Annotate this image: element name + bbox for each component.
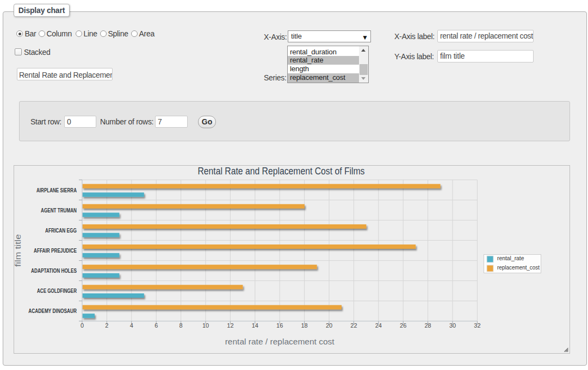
svg-text:ACADEMY DINOSAUR: ACADEMY DINOSAUR [28, 308, 77, 314]
svg-text:28: 28 [424, 322, 431, 329]
svg-text:film title: film title [14, 234, 22, 267]
svg-text:4: 4 [130, 322, 133, 329]
svg-text:8: 8 [180, 322, 183, 329]
svg-text:AGENT TRUMAN: AGENT TRUMAN [41, 208, 77, 214]
svg-text:12: 12 [227, 322, 233, 329]
svg-text:10: 10 [202, 322, 209, 329]
svg-text:24: 24 [375, 322, 382, 329]
svg-text:ACE GOLDFINGER: ACE GOLDFINGER [37, 288, 77, 294]
svg-text:replacement_cost: replacement_cost [497, 264, 540, 271]
svg-text:2: 2 [105, 322, 108, 329]
svg-text:6: 6 [154, 322, 158, 329]
svg-text:22: 22 [350, 322, 357, 329]
svg-text:rental_rate: rental_rate [497, 255, 524, 261]
svg-text:32: 32 [474, 322, 480, 329]
svg-text:20: 20 [326, 322, 332, 329]
svg-text:AFRICAN EGG: AFRICAN EGG [45, 228, 77, 234]
svg-text:ADAPTATION HOLES: ADAPTATION HOLES [31, 268, 77, 274]
svg-text:18: 18 [301, 322, 307, 329]
svg-text:rental rate / replacement cost: rental rate / replacement cost [225, 337, 335, 346]
svg-text:16: 16 [276, 322, 283, 329]
svg-text:AIRPLANE SIERRA: AIRPLANE SIERRA [36, 187, 77, 193]
svg-text:0: 0 [81, 322, 84, 329]
svg-text:14: 14 [252, 322, 258, 329]
svg-text:AFFAIR PREJUDICE: AFFAIR PREJUDICE [34, 248, 77, 254]
svg-text:26: 26 [400, 322, 406, 329]
svg-text:30: 30 [449, 322, 456, 329]
svg-text:Rental Rate and Replacement Co: Rental Rate and Replacement Cost of Film… [198, 166, 365, 177]
